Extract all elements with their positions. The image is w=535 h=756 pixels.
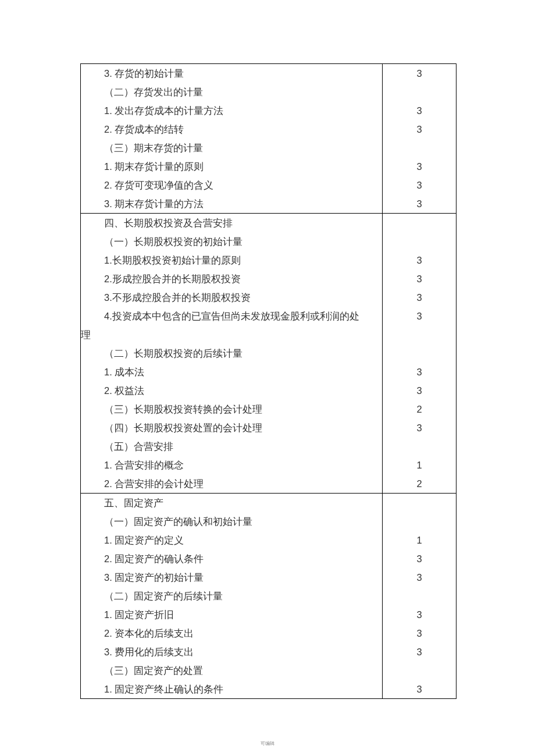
outline-line: 1.长期股权投资初始计量的原则	[81, 251, 382, 269]
outline-line: 1. 期末存货计量的原则	[81, 157, 382, 176]
outline-line: 2. 固定资产的确认条件	[81, 549, 382, 568]
value-line: 3	[383, 381, 456, 400]
value-line: 3	[383, 624, 456, 643]
value-line	[383, 512, 456, 531]
outline-line: （二）固定资产的后续计量	[81, 587, 382, 605]
outline-line: 2. 存货成本的结转	[81, 120, 382, 139]
value-line	[383, 214, 456, 232]
value-line	[383, 83, 456, 101]
outline-line: 五、固定资产	[81, 494, 382, 512]
value-line	[383, 232, 456, 251]
outline-line: 3. 费用化的后续支出	[81, 643, 382, 661]
outline-line: （三）固定资产的处置	[81, 661, 382, 680]
outline-line: （三）期末存货的计量	[81, 139, 382, 157]
value-line: 3	[383, 549, 456, 568]
outline-line: 2. 存货可变现净值的含义	[81, 176, 382, 194]
value-line: 3	[383, 251, 456, 269]
value-line: 3	[383, 101, 456, 120]
outline-line: 1. 发出存货成本的计量方法	[81, 101, 382, 120]
outline-line: 2.形成控股合并的长期股权投资	[81, 269, 382, 288]
value-cell: 133 333 3	[383, 494, 456, 699]
value-line	[383, 587, 456, 605]
value-line: 2	[383, 400, 456, 418]
value-cell: 3 33 333	[383, 64, 456, 214]
outline-line: （一）长期股权投资的初始计量	[81, 232, 382, 251]
outline-line: 3. 固定资产的初始计量	[81, 568, 382, 587]
outline-cell: 四、长期股权投资及合营安排（一）长期股权投资的初始计量1.长期股权投资初始计量的…	[81, 214, 383, 494]
value-line: 3	[383, 194, 456, 213]
value-line: 3	[383, 120, 456, 139]
outline-line: 1. 固定资产终止确认的条件	[81, 680, 382, 698]
outline-line: 3. 期末存货计量的方法	[81, 194, 382, 213]
outline-line: 四、长期股权投资及合营安排	[81, 214, 382, 232]
outline-line: 理	[81, 325, 382, 344]
value-line: 3	[383, 568, 456, 587]
outline-line: 4.投资成本中包含的已宣告但尚未发放现金股利或利润的处	[81, 307, 382, 325]
value-line: 1	[383, 456, 456, 474]
document-page: 3. 存货的初始计量（二）存货发出的计量1. 发出存货成本的计量方法2. 存货成…	[0, 0, 535, 756]
value-line	[383, 661, 456, 680]
value-line: 3	[383, 64, 456, 83]
value-line: 3	[383, 157, 456, 176]
outline-line: （五）合营安排	[81, 437, 382, 456]
value-line: 3	[383, 288, 456, 307]
value-line	[383, 139, 456, 157]
value-line: 3	[383, 363, 456, 381]
outline-cell: 五、固定资产（一）固定资产的确认和初始计量1. 固定资产的定义2. 固定资产的确…	[81, 494, 383, 699]
value-line	[383, 325, 456, 344]
value-line: 3	[383, 605, 456, 624]
value-cell: 3333 3323 12	[383, 214, 456, 494]
outline-line: 3.不形成控股合并的长期股权投资	[81, 288, 382, 307]
value-line	[383, 437, 456, 456]
value-line: 3	[383, 418, 456, 437]
value-line: 2	[383, 474, 456, 493]
value-line: 3	[383, 643, 456, 661]
outline-line: （二）长期股权投资的后续计量	[81, 344, 382, 363]
outline-line: 2. 资本化的后续支出	[81, 624, 382, 643]
outline-line: 2. 权益法	[81, 381, 382, 400]
value-line: 3	[383, 307, 456, 325]
outline-line: （三）长期股权投资转换的会计处理	[81, 400, 382, 418]
outline-table: 3. 存货的初始计量（二）存货发出的计量1. 发出存货成本的计量方法2. 存货成…	[80, 63, 456, 699]
table-row: 3. 存货的初始计量（二）存货发出的计量1. 发出存货成本的计量方法2. 存货成…	[81, 64, 456, 214]
table-row: 五、固定资产（一）固定资产的确认和初始计量1. 固定资产的定义2. 固定资产的确…	[81, 494, 456, 699]
outline-line: 2. 合营安排的会计处理	[81, 474, 382, 493]
outline-cell: 3. 存货的初始计量（二）存货发出的计量1. 发出存货成本的计量方法2. 存货成…	[81, 64, 383, 214]
outline-line: （一）固定资产的确认和初始计量	[81, 512, 382, 531]
outline-line: （二）存货发出的计量	[81, 83, 382, 101]
outline-line: 1. 成本法	[81, 363, 382, 381]
outline-line: （四）长期股权投资处置的会计处理	[81, 418, 382, 437]
outline-line: 1. 固定资产折旧	[81, 605, 382, 624]
value-line: 3	[383, 176, 456, 194]
value-line: 3	[383, 680, 456, 698]
value-line	[383, 494, 456, 512]
outline-line: 3. 存货的初始计量	[81, 64, 382, 83]
outline-line: 1. 合营安排的概念	[81, 456, 382, 474]
outline-line: 1. 固定资产的定义	[81, 531, 382, 549]
page-footer: 可编辑	[0, 740, 535, 747]
value-line	[383, 344, 456, 363]
value-line: 1	[383, 531, 456, 549]
value-line: 3	[383, 269, 456, 288]
table-row: 四、长期股权投资及合营安排（一）长期股权投资的初始计量1.长期股权投资初始计量的…	[81, 214, 456, 494]
